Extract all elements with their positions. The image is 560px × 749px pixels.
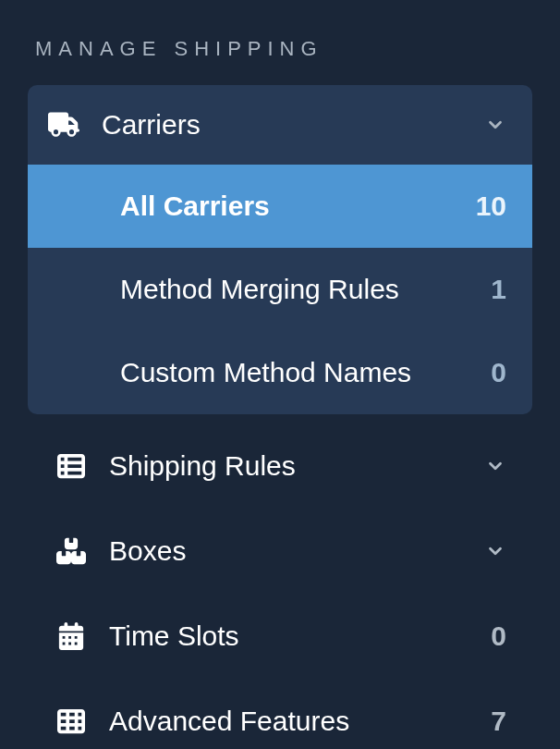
menu-item-count: 0	[484, 620, 506, 652]
menu-item-time-slots[interactable]: Time Slots 0	[28, 594, 532, 679]
submenu-all-carriers[interactable]: All Carriers 10	[28, 165, 532, 248]
menu-item-boxes[interactable]: Boxes	[28, 509, 532, 594]
truck-icon	[48, 109, 79, 141]
menu-item-count: 7	[484, 706, 506, 737]
chevron-down-icon	[484, 455, 506, 477]
submenu-method-merging-rules[interactable]: Method Merging Rules 1	[28, 248, 532, 331]
calendar-icon	[55, 620, 87, 652]
menu-item-shipping-rules[interactable]: Shipping Rules	[28, 424, 532, 509]
menu-item-label: Boxes	[109, 537, 484, 565]
menu-item-carriers[interactable]: Carriers	[28, 85, 532, 165]
submenu-label: All Carriers	[120, 192, 476, 220]
submenu-label: Custom Method Names	[120, 359, 484, 387]
submenu-custom-method-names[interactable]: Custom Method Names 0	[28, 331, 532, 414]
submenu-label: Method Merging Rules	[120, 276, 484, 303]
menu-item-label: Time Slots	[109, 622, 484, 650]
menu-item-advanced-features[interactable]: Advanced Features 7	[28, 679, 532, 749]
menu-item-label: Carriers	[102, 111, 484, 139]
chevron-down-icon	[484, 540, 506, 562]
section-header: MANAGE SHIPPING	[28, 37, 532, 61]
menu-item-label: Shipping Rules	[109, 452, 484, 480]
submenu-count: 10	[476, 190, 506, 222]
boxes-icon	[55, 535, 87, 567]
submenu-count: 1	[484, 274, 506, 305]
menu-item-label: Advanced Features	[109, 707, 484, 735]
carriers-panel: Carriers All Carriers 10 Method Merging …	[28, 85, 532, 414]
sidebar: MANAGE SHIPPING Carriers All Carriers 10…	[0, 0, 560, 749]
grid-icon	[55, 706, 87, 737]
chevron-down-icon	[484, 114, 506, 136]
submenu-count: 0	[484, 357, 506, 388]
list-icon	[55, 450, 87, 482]
